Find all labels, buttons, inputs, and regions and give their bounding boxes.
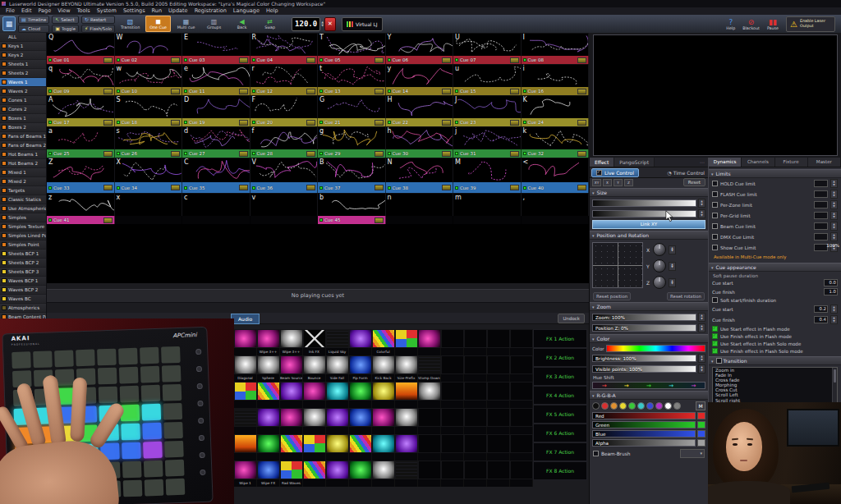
fx-thumb[interactable]	[257, 329, 280, 348]
flash-effect-checkbox[interactable]	[712, 341, 718, 346]
cue-cell[interactable]: w	[115, 64, 183, 87]
zoom-section-header[interactable]: Zoom	[590, 302, 708, 311]
knob-x-stepper[interactable]	[669, 245, 676, 254]
palette-dot[interactable]	[655, 402, 663, 410]
sidebar-item-cones-1[interactable]: Cones 1	[0, 96, 46, 105]
cue-bar-segment[interactable]: Cue 17	[47, 118, 115, 126]
cue-cell[interactable]: C	[182, 158, 250, 182]
fx-thumb[interactable]	[234, 460, 257, 479]
limit-checkbox[interactable]	[712, 234, 718, 240]
fx-thumb[interactable]	[303, 460, 326, 479]
cue-cell[interactable]: g	[318, 126, 386, 149]
mute-button[interactable]: M	[696, 401, 705, 410]
sidebar-item-mixed-2[interactable]: Mixed 2	[0, 177, 46, 186]
size-y-stepper[interactable]	[698, 209, 705, 218]
limit-value[interactable]	[814, 233, 828, 241]
sidebar-item-classic-statics[interactable]: Classic Statics	[0, 195, 46, 204]
palette-dot[interactable]	[601, 402, 609, 410]
menu-update[interactable]: Update	[165, 7, 191, 15]
cue-bar-segment[interactable]: Cue 21	[318, 118, 386, 126]
transition-checkbox[interactable]	[716, 358, 722, 364]
fx-thumb[interactable]	[280, 460, 303, 479]
cue-cell[interactable]: F	[250, 95, 319, 118]
cue-bar-segment[interactable]: Cue 14	[386, 87, 454, 95]
cue-bar-segment[interactable]: Cue 27	[182, 149, 250, 158]
cue-bar-segment[interactable]: Cue 15	[453, 87, 522, 95]
cue-bar-segment[interactable]: Cue 06	[386, 56, 454, 64]
menu-registration[interactable]: Registration	[191, 7, 230, 15]
fx-thumb[interactable]	[326, 382, 349, 401]
tab-pangoscript[interactable]: PangoScript	[614, 158, 655, 167]
limit-value[interactable]	[814, 180, 828, 187]
limit-stepper[interactable]	[830, 232, 838, 241]
limit-checkbox[interactable]	[712, 191, 718, 197]
fx-thumb[interactable]	[349, 434, 372, 453]
fx-thumb[interactable]	[418, 329, 441, 348]
cue-cell[interactable]: <	[522, 158, 590, 182]
axis-x-button[interactable]: X	[603, 179, 612, 186]
cue-cell[interactable]: I	[522, 33, 590, 56]
fx-thumb[interactable]	[464, 434, 487, 453]
fx-thumb[interactable]	[349, 460, 372, 479]
sidebar-item-sheets-2[interactable]: Sheets 2	[0, 69, 46, 78]
limit-value[interactable]	[814, 190, 828, 198]
cue-bar-segment[interactable]: Cue 36	[250, 182, 319, 193]
sidebar-item-keys-1[interactable]: Keys 1	[0, 42, 46, 51]
fx-thumb[interactable]	[395, 329, 418, 348]
scrollbar-thumb[interactable]	[834, 369, 836, 383]
fx-thumb[interactable]	[464, 355, 487, 374]
cue-bar-segment[interactable]: Cue 32	[522, 149, 590, 158]
cue-cell[interactable]: E	[182, 33, 250, 56]
limit-stepper[interactable]	[830, 190, 838, 199]
fx-thumb[interactable]	[326, 460, 349, 479]
cue-bar-segment[interactable]: Cue 30	[386, 149, 454, 158]
fx-thumb[interactable]	[372, 460, 395, 479]
menu-settings[interactable]: Settings	[120, 7, 149, 15]
fx-thumb[interactable]	[441, 408, 464, 427]
fx-thumb[interactable]	[349, 355, 372, 374]
fx-thumb[interactable]	[395, 408, 418, 427]
cue-bar-segment[interactable]: Cue 45	[318, 216, 386, 224]
cue-cell[interactable]: S	[115, 95, 183, 118]
cue-cell[interactable]: J	[453, 95, 522, 118]
fx-thumb[interactable]	[464, 382, 487, 401]
appearance-section-header[interactable]: Cue appearance	[709, 263, 841, 272]
sidebar-item-mixed-1[interactable]: Mixed 1	[0, 168, 46, 177]
cue-cell[interactable]: H	[386, 95, 454, 118]
fx-thumb[interactable]	[441, 434, 464, 453]
flash-effect-checkbox[interactable]	[712, 348, 718, 354]
cue-cell[interactable]: B	[318, 158, 386, 182]
cue-cell[interactable]: U	[453, 33, 522, 56]
fx-thumb[interactable]	[487, 329, 510, 348]
appearance-stepper[interactable]	[830, 315, 838, 324]
toolbar-back[interactable]: ◀Back	[229, 16, 255, 32]
palette-dot[interactable]	[628, 402, 636, 410]
fx-thumb[interactable]	[280, 329, 303, 348]
cue-cell[interactable]: h	[386, 126, 454, 149]
fx-thumb[interactable]	[372, 329, 395, 348]
cue-cell[interactable]: b	[318, 193, 386, 216]
fx-thumb[interactable]	[418, 460, 441, 479]
axis-xy-button[interactable]: XY	[592, 179, 601, 186]
cue-bar-segment[interactable]: Cue 04	[250, 56, 319, 64]
cue-cell[interactable]: X	[115, 158, 183, 182]
cue-bar-segment[interactable]: Cue 33	[47, 182, 115, 193]
menu-language[interactable]: Language	[230, 7, 263, 15]
position-section-header[interactable]: Position and Rotation	[590, 231, 708, 240]
fx-thumb[interactable]	[257, 355, 280, 374]
sidebar-item-sheets-bcp-2[interactable]: Sheets BCP 2	[0, 259, 46, 268]
cue-cell[interactable]: m	[453, 193, 522, 216]
slider-red[interactable]: Red	[592, 412, 696, 419]
beam-brush-checkbox[interactable]	[593, 451, 599, 456]
fx-thumb[interactable]	[418, 382, 441, 401]
limit-stepper[interactable]	[830, 222, 838, 231]
fx-thumb[interactable]	[303, 408, 326, 427]
bpm-stepper[interactable]: ▲▼	[321, 21, 324, 27]
fx-thumb[interactable]	[326, 355, 349, 374]
limit-checkbox[interactable]	[712, 245, 718, 250]
fx-thumb[interactable]	[510, 382, 533, 401]
menu-run[interactable]: Run	[149, 7, 165, 15]
cue-bar-segment[interactable]: Cue 07	[453, 56, 522, 64]
toolbar-groups[interactable]: ▥Groups	[201, 16, 227, 32]
cue-bar-segment[interactable]: Cue 38	[386, 182, 454, 193]
